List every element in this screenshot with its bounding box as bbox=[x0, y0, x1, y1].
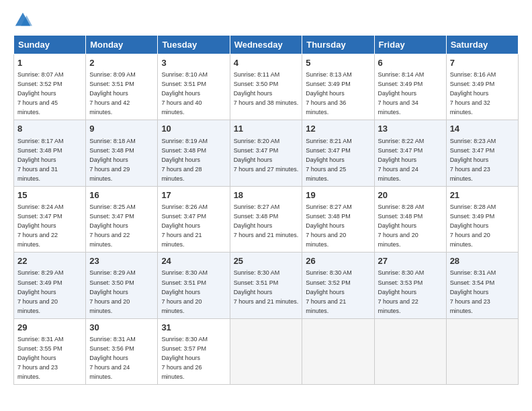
calendar-week-1: 1 Sunrise: 8:07 AMSunset: 3:52 PMDayligh… bbox=[14, 54, 519, 120]
calendar-cell-11: 11 Sunrise: 8:20 AMSunset: 3:47 PMDaylig… bbox=[230, 120, 302, 186]
day-number: 10 bbox=[161, 123, 226, 135]
calendar-header-thursday: Thursday bbox=[302, 36, 374, 54]
calendar-cell-3: 3 Sunrise: 8:10 AMSunset: 3:51 PMDayligh… bbox=[158, 54, 230, 120]
day-number: 7 bbox=[450, 57, 515, 69]
day-number: 15 bbox=[17, 189, 82, 201]
calendar-cell-12: 12 Sunrise: 8:21 AMSunset: 3:47 PMDaylig… bbox=[302, 120, 374, 186]
day-info: Sunrise: 8:30 AMSunset: 3:57 PMDaylight … bbox=[161, 336, 208, 380]
day-info: Sunrise: 8:19 AMSunset: 3:48 PMDaylight … bbox=[161, 138, 208, 182]
day-info: Sunrise: 8:29 AMSunset: 3:49 PMDaylight … bbox=[17, 269, 64, 314]
day-info: Sunrise: 8:30 AMSunset: 3:52 PMDaylight … bbox=[306, 269, 352, 314]
calendar-cell-18: 18 Sunrise: 8:27 AMSunset: 3:48 PMDaylig… bbox=[230, 186, 302, 252]
calendar-header-wednesday: Wednesday bbox=[230, 36, 302, 54]
calendar-cell-23: 23 Sunrise: 8:29 AMSunset: 3:50 PMDaylig… bbox=[86, 253, 158, 318]
calendar-cell-31: 31 Sunrise: 8:30 AMSunset: 3:57 PMDaylig… bbox=[158, 318, 230, 384]
calendar-cell-17: 17 Sunrise: 8:26 AMSunset: 3:47 PMDaylig… bbox=[158, 186, 230, 252]
day-number: 4 bbox=[234, 57, 299, 69]
day-info: Sunrise: 8:29 AMSunset: 3:50 PMDaylight … bbox=[89, 269, 136, 314]
calendar-week-5: 29 Sunrise: 8:31 AMSunset: 3:55 PMDaylig… bbox=[14, 318, 519, 384]
day-number: 13 bbox=[378, 123, 443, 135]
calendar-cell-28: 28 Sunrise: 8:31 AMSunset: 3:54 PMDaylig… bbox=[446, 253, 518, 318]
day-number: 29 bbox=[17, 322, 82, 334]
calendar-cell-4: 4 Sunrise: 8:11 AMSunset: 3:50 PMDayligh… bbox=[230, 54, 302, 120]
calendar-cell-5: 5 Sunrise: 8:13 AMSunset: 3:49 PMDayligh… bbox=[302, 54, 374, 120]
day-number: 12 bbox=[306, 123, 370, 135]
day-number: 27 bbox=[378, 255, 443, 267]
day-info: Sunrise: 8:30 AMSunset: 3:51 PMDaylight … bbox=[161, 269, 208, 314]
calendar-cell-empty bbox=[374, 318, 446, 384]
calendar-header-monday: Monday bbox=[86, 36, 158, 54]
day-info: Sunrise: 8:21 AMSunset: 3:47 PMDaylight … bbox=[306, 138, 352, 182]
calendar-cell-empty bbox=[230, 318, 302, 384]
day-number: 20 bbox=[378, 189, 443, 201]
calendar-cell-empty bbox=[302, 318, 374, 384]
calendar-cell-10: 10 Sunrise: 8:19 AMSunset: 3:48 PMDaylig… bbox=[158, 120, 230, 186]
day-number: 31 bbox=[161, 322, 226, 334]
day-info: Sunrise: 8:23 AMSunset: 3:47 PMDaylight … bbox=[450, 138, 496, 182]
day-number: 3 bbox=[161, 57, 226, 69]
day-info: Sunrise: 8:30 AMSunset: 3:51 PMDaylight … bbox=[234, 269, 299, 304]
day-info: Sunrise: 8:26 AMSunset: 3:47 PMDaylight … bbox=[161, 203, 208, 248]
day-info: Sunrise: 8:27 AMSunset: 3:48 PMDaylight … bbox=[306, 203, 352, 248]
day-info: Sunrise: 8:30 AMSunset: 3:53 PMDaylight … bbox=[378, 269, 425, 314]
logo bbox=[13, 11, 35, 30]
calendar-header-saturday: Saturday bbox=[446, 36, 518, 54]
day-info: Sunrise: 8:09 AMSunset: 3:51 PMDaylight … bbox=[89, 71, 136, 116]
calendar-cell-15: 15 Sunrise: 8:24 AMSunset: 3:47 PMDaylig… bbox=[14, 186, 86, 252]
calendar-table: SundayMondayTuesdayWednesdayThursdayFrid… bbox=[13, 35, 519, 385]
calendar-cell-26: 26 Sunrise: 8:30 AMSunset: 3:52 PMDaylig… bbox=[302, 253, 374, 318]
day-number: 16 bbox=[89, 189, 154, 201]
calendar-header-friday: Friday bbox=[374, 36, 446, 54]
day-number: 22 bbox=[17, 255, 82, 267]
day-number: 23 bbox=[89, 255, 154, 267]
calendar-week-4: 22 Sunrise: 8:29 AMSunset: 3:49 PMDaylig… bbox=[14, 253, 519, 318]
day-number: 9 bbox=[89, 123, 154, 135]
calendar-cell-22: 22 Sunrise: 8:29 AMSunset: 3:49 PMDaylig… bbox=[14, 253, 86, 318]
day-number: 18 bbox=[234, 189, 299, 201]
day-number: 5 bbox=[306, 57, 370, 69]
day-number: 17 bbox=[161, 189, 226, 201]
calendar-cell-14: 14 Sunrise: 8:23 AMSunset: 3:47 PMDaylig… bbox=[446, 120, 518, 186]
day-info: Sunrise: 8:22 AMSunset: 3:47 PMDaylight … bbox=[378, 138, 425, 182]
day-info: Sunrise: 8:28 AMSunset: 3:49 PMDaylight … bbox=[450, 203, 496, 248]
day-number: 26 bbox=[306, 255, 370, 267]
calendar-header-row: SundayMondayTuesdayWednesdayThursdayFrid… bbox=[14, 36, 519, 54]
calendar-cell-21: 21 Sunrise: 8:28 AMSunset: 3:49 PMDaylig… bbox=[446, 186, 518, 252]
day-info: Sunrise: 8:18 AMSunset: 3:48 PMDaylight … bbox=[89, 138, 136, 182]
day-info: Sunrise: 8:10 AMSunset: 3:51 PMDaylight … bbox=[161, 71, 208, 116]
calendar-cell-7: 7 Sunrise: 8:16 AMSunset: 3:49 PMDayligh… bbox=[446, 54, 518, 120]
calendar-cell-29: 29 Sunrise: 8:31 AMSunset: 3:55 PMDaylig… bbox=[14, 318, 86, 384]
day-number: 11 bbox=[234, 123, 299, 135]
day-number: 30 bbox=[89, 322, 154, 334]
day-info: Sunrise: 8:31 AMSunset: 3:56 PMDaylight … bbox=[89, 336, 136, 380]
day-number: 8 bbox=[17, 123, 82, 135]
calendar-cell-8: 8 Sunrise: 8:17 AMSunset: 3:48 PMDayligh… bbox=[14, 120, 86, 186]
calendar-week-3: 15 Sunrise: 8:24 AMSunset: 3:47 PMDaylig… bbox=[14, 186, 519, 252]
calendar-cell-27: 27 Sunrise: 8:30 AMSunset: 3:53 PMDaylig… bbox=[374, 253, 446, 318]
calendar-cell-9: 9 Sunrise: 8:18 AMSunset: 3:48 PMDayligh… bbox=[86, 120, 158, 186]
day-number: 19 bbox=[306, 189, 370, 201]
calendar-cell-20: 20 Sunrise: 8:28 AMSunset: 3:48 PMDaylig… bbox=[374, 186, 446, 252]
calendar-cell-24: 24 Sunrise: 8:30 AMSunset: 3:51 PMDaylig… bbox=[158, 253, 230, 318]
calendar-header-tuesday: Tuesday bbox=[158, 36, 230, 54]
calendar-cell-2: 2 Sunrise: 8:09 AMSunset: 3:51 PMDayligh… bbox=[86, 54, 158, 120]
calendar-week-2: 8 Sunrise: 8:17 AMSunset: 3:48 PMDayligh… bbox=[14, 120, 519, 186]
day-info: Sunrise: 8:24 AMSunset: 3:47 PMDaylight … bbox=[17, 203, 64, 248]
calendar-cell-6: 6 Sunrise: 8:14 AMSunset: 3:49 PMDayligh… bbox=[374, 54, 446, 120]
logo-icon bbox=[13, 11, 32, 30]
day-number: 2 bbox=[89, 57, 154, 69]
calendar-cell-19: 19 Sunrise: 8:27 AMSunset: 3:48 PMDaylig… bbox=[302, 186, 374, 252]
day-number: 6 bbox=[378, 57, 443, 69]
calendar-cell-16: 16 Sunrise: 8:25 AMSunset: 3:47 PMDaylig… bbox=[86, 186, 158, 252]
calendar-cell-25: 25 Sunrise: 8:30 AMSunset: 3:51 PMDaylig… bbox=[230, 253, 302, 318]
header bbox=[13, 11, 519, 30]
day-number: 1 bbox=[17, 57, 82, 69]
day-info: Sunrise: 8:31 AMSunset: 3:54 PMDaylight … bbox=[450, 269, 496, 314]
day-info: Sunrise: 8:25 AMSunset: 3:47 PMDaylight … bbox=[89, 203, 136, 248]
day-info: Sunrise: 8:07 AMSunset: 3:52 PMDaylight … bbox=[17, 71, 64, 116]
day-number: 28 bbox=[450, 255, 515, 267]
day-number: 14 bbox=[450, 123, 515, 135]
day-info: Sunrise: 8:31 AMSunset: 3:55 PMDaylight … bbox=[17, 336, 64, 380]
calendar-cell-empty bbox=[446, 318, 518, 384]
day-info: Sunrise: 8:14 AMSunset: 3:49 PMDaylight … bbox=[378, 71, 425, 116]
